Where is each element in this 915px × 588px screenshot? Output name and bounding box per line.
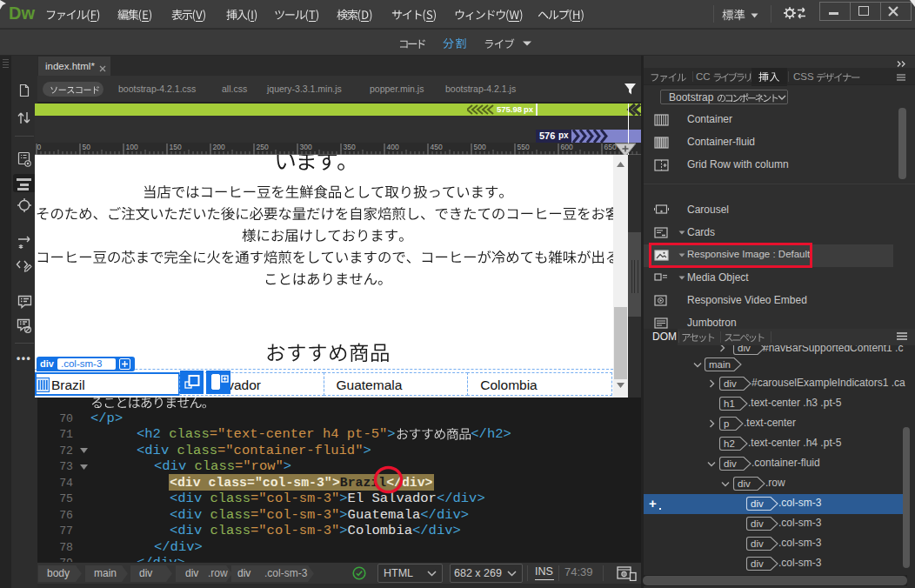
svg-text:div: div: [738, 478, 751, 489]
svg-text:div: div: [724, 378, 737, 389]
svg-text:div: div: [751, 538, 764, 549]
svg-text:h2: h2: [724, 438, 735, 449]
svg-text:div: div: [724, 458, 737, 469]
svg-text:div: div: [751, 558, 764, 569]
svg-text:div: div: [751, 498, 764, 509]
svg-text:h1: h1: [724, 398, 735, 409]
svg-text:p: p: [724, 418, 729, 429]
svg-text:main: main: [709, 359, 731, 370]
svg-text:div: div: [751, 518, 764, 529]
